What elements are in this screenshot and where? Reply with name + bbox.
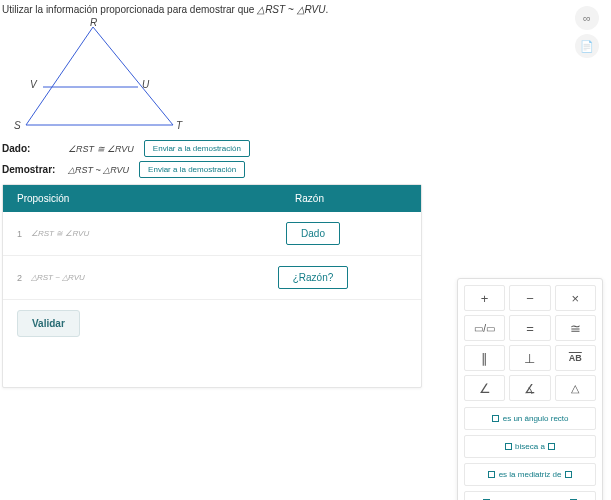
label-V: V	[30, 79, 37, 90]
pal-segment[interactable]: AB	[555, 345, 596, 371]
pal-parallel[interactable]: ∥	[464, 345, 505, 371]
pal-perp[interactable]: ⊥	[509, 345, 550, 371]
proof-row-2: 2 △RST ~ △RVU ¿Razón?	[3, 256, 421, 300]
given-label: Dado:	[2, 143, 58, 154]
pal-congruent[interactable]: ≅	[555, 315, 596, 341]
pal-measured-angle[interactable]: ∡	[509, 375, 550, 401]
stmt-right-angle[interactable]: es un ángulo recto	[464, 407, 596, 430]
given-expr: ∠RST ≅ ∠RVU	[68, 144, 134, 154]
symbol-palette: + − × ▭/▭ = ≅ ∥ ⊥ AB ∠ ∡ △ es un ángulo …	[457, 278, 603, 500]
validate-button[interactable]: Validar	[17, 310, 80, 337]
proof-row-1: 1 ∠RST ≅ ∠RVU Dado	[3, 212, 421, 256]
reason-2-button[interactable]: ¿Razón?	[278, 266, 349, 289]
stmt-2: △RST ~ △RVU	[31, 273, 219, 282]
stmt-1: ∠RST ≅ ∠RVU	[31, 229, 219, 238]
triangle-svg	[18, 17, 178, 132]
pal-triangle[interactable]: △	[555, 375, 596, 401]
stmt-midpoint[interactable]: es el punto medio de	[464, 491, 596, 500]
prompt-text: Utilizar la información proporcionada pa…	[2, 4, 432, 15]
prove-label: Demostrar:	[2, 164, 58, 175]
col-reason: Razón	[212, 193, 407, 204]
proof-header: Proposición Razón	[3, 185, 421, 212]
pal-equals[interactable]: =	[509, 315, 550, 341]
stmt-bisects[interactable]: biseca a	[464, 435, 596, 458]
col-prop: Proposición	[17, 193, 212, 204]
label-T: T	[176, 120, 182, 131]
proof-panel: Proposición Razón 1 ∠RST ≅ ∠RVU Dado 2 △…	[2, 184, 422, 388]
send-prove-button[interactable]: Enviar a la demostración	[139, 161, 245, 178]
prove-expr: △RST ~ △RVU	[68, 165, 129, 175]
validate-row: Validar	[3, 300, 421, 387]
link-icon[interactable]: ∞	[575, 6, 599, 30]
label-R: R	[90, 17, 97, 28]
pal-angle[interactable]: ∠	[464, 375, 505, 401]
send-given-button[interactable]: Enviar a la demostración	[144, 140, 250, 157]
svg-marker-0	[26, 27, 173, 125]
pal-plus[interactable]: +	[464, 285, 505, 311]
given-row: Dado: ∠RST ≅ ∠RVU Enviar a la demostraci…	[2, 140, 432, 157]
main-area: Utilizar la información proporcionada pa…	[0, 0, 440, 388]
pal-minus[interactable]: −	[509, 285, 550, 311]
prove-row: Demostrar: △RST ~ △RVU Enviar a la demos…	[2, 161, 432, 178]
label-S: S	[14, 120, 21, 131]
reason-1-button[interactable]: Dado	[286, 222, 340, 245]
pal-times[interactable]: ×	[555, 285, 596, 311]
stmt-perp-bisector[interactable]: es la mediatriz de	[464, 463, 596, 486]
label-U: U	[142, 79, 149, 90]
pal-frac[interactable]: ▭/▭	[464, 315, 505, 341]
figure: R V U S T	[18, 17, 178, 132]
doc-icon[interactable]: 📄	[575, 34, 599, 58]
